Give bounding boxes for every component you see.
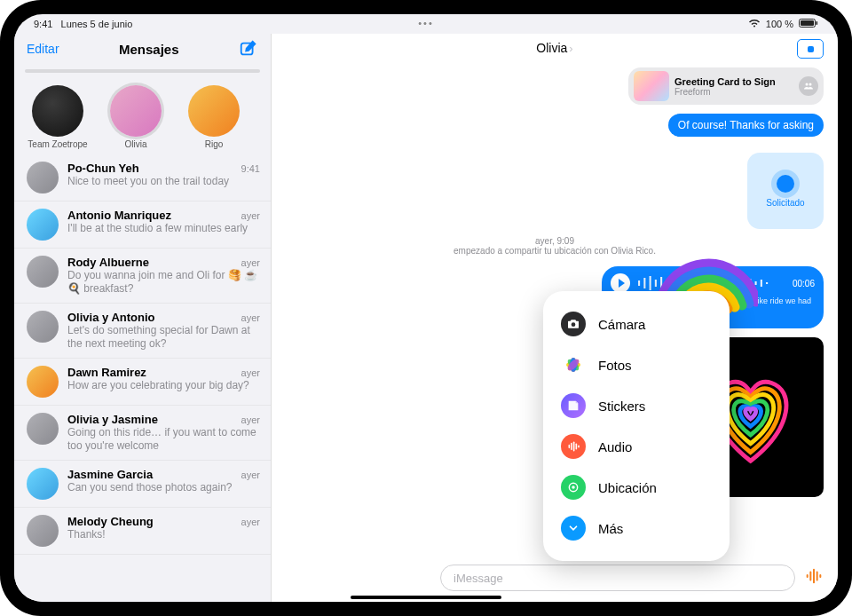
- popover-label: Cámara: [598, 317, 645, 332]
- chat-header[interactable]: Olivia ›: [272, 34, 838, 62]
- conversation-list[interactable]: Po-Chun Yeh9:41Nice to meet you on the t…: [14, 154, 271, 602]
- chevron-right-icon: ›: [569, 42, 572, 55]
- time-label: ayer: [241, 257, 260, 268]
- status-left: 9:41 Lunes 5 de junio: [34, 19, 132, 29]
- svg-point-43: [572, 486, 575, 489]
- svg-rect-1: [801, 20, 814, 26]
- svg-point-30: [572, 322, 576, 327]
- pinned-name: Team Zoetrope: [27, 139, 89, 149]
- audio-icon: [561, 434, 586, 459]
- location-dot-icon: [777, 175, 794, 193]
- compose-button[interactable]: [239, 39, 258, 59]
- status-battery: 100 %: [766, 19, 793, 29]
- time-label: ayer: [241, 470, 260, 480]
- popover-label: Audio: [598, 439, 632, 454]
- preview-text: Going on this ride… if you want to come …: [67, 426, 260, 453]
- pinned-row: Team Zoetrope Olivia Rigo: [14, 78, 271, 154]
- sidebar-title: Mensajes: [59, 42, 239, 57]
- preview-text: How are you celebrating your big day?: [67, 379, 260, 392]
- popover-label: Stickers: [598, 399, 645, 414]
- group-icon: [799, 76, 818, 96]
- svg-rect-2: [816, 21, 818, 25]
- contact-name: Rody Albuerne: [67, 256, 149, 269]
- status-date: Lunes 5 de junio: [61, 19, 133, 29]
- time-label: ayer: [241, 210, 260, 221]
- input-bar: iMessage: [440, 563, 824, 593]
- card-title: Greeting Card to Sign: [674, 76, 793, 87]
- list-item[interactable]: Olivia y AntonioayerLet's do something s…: [14, 304, 271, 359]
- multitask-dots[interactable]: •••: [418, 18, 434, 28]
- avatar: [110, 85, 162, 137]
- location-requested[interactable]: Solicitado: [747, 153, 824, 229]
- timestamp-block: ayer, 9:09 empezado a compartir tu ubica…: [454, 236, 656, 256]
- message-input[interactable]: iMessage: [440, 565, 795, 591]
- contact-name: Jasmine Garcia: [67, 468, 153, 481]
- timestamp-note: empezado a compartir tu ubicación con Ol…: [454, 246, 656, 256]
- avatar: [27, 162, 59, 193]
- contact-name: Olivia y Antonio: [67, 311, 154, 324]
- avatar: [27, 366, 59, 398]
- contact-name: Dawn Ramirez: [67, 366, 146, 379]
- sent-bubble[interactable]: Of course! Thanks for asking: [668, 114, 824, 137]
- edit-button[interactable]: Editar: [27, 42, 59, 56]
- preview-text: Can you send those photos again?: [67, 481, 260, 494]
- avatar: [27, 256, 59, 288]
- location-label: Solicitado: [766, 198, 804, 208]
- home-indicator[interactable]: [351, 596, 501, 599]
- wifi-icon: [748, 19, 761, 29]
- popover-label: Más: [598, 521, 623, 536]
- sidebar: Editar Mensajes Team Zoetrope Olivia: [14, 34, 272, 602]
- popover-item-more[interactable]: Más: [557, 508, 715, 549]
- list-item[interactable]: Dawn RamirezayerHow are you celebrating …: [14, 359, 271, 406]
- pinned-contact[interactable]: Olivia: [105, 85, 167, 149]
- list-item[interactable]: Jasmine GarciaayerCan you send those pho…: [14, 461, 271, 508]
- popover-label: Ubicación: [598, 480, 657, 495]
- popover-item-photos[interactable]: Fotos: [557, 344, 715, 385]
- avatar: [27, 311, 59, 343]
- time-label: 9:41: [241, 163, 260, 174]
- timestamp-time: ayer, 9:09: [454, 236, 656, 246]
- list-item[interactable]: Antonio ManriquezayerI'll be at the stud…: [14, 201, 271, 249]
- facetime-button[interactable]: [797, 39, 824, 59]
- preview-text: Nice to meet you on the trail today: [67, 175, 260, 188]
- shared-card[interactable]: Greeting Card to Sign Freeform: [628, 67, 824, 105]
- list-item[interactable]: Po-Chun Yeh9:41Nice to meet you on the t…: [14, 154, 271, 201]
- search-bar[interactable]: [25, 69, 260, 73]
- audio-duration: 00:06: [793, 279, 815, 288]
- contact-title: Olivia: [536, 41, 567, 55]
- pinned-name: Olivia: [105, 139, 167, 149]
- pinned-contact[interactable]: Team Zoetrope: [27, 85, 89, 149]
- popover-item-camera[interactable]: Cámara: [557, 304, 715, 344]
- pinned-name: Rigo: [183, 139, 245, 149]
- time-label: ayer: [241, 312, 260, 323]
- play-button[interactable]: [611, 273, 630, 293]
- list-item[interactable]: Olivia y JasmineayerGoing on this ride… …: [14, 406, 271, 461]
- photos-icon: [561, 352, 586, 377]
- avatar: [32, 85, 83, 137]
- svg-point-4: [806, 83, 809, 86]
- popover-item-audio[interactable]: Audio: [557, 426, 715, 467]
- avatar: [27, 413, 59, 445]
- ipad-frame: 9:41 Lunes 5 de junio 100 % ••• Editar M…: [0, 0, 852, 616]
- preview-text: Let's do something special for Dawn at t…: [67, 324, 260, 351]
- apps-popover: Cámara Fotos Stickers: [543, 291, 730, 561]
- contact-name: Melody Cheung: [67, 515, 154, 528]
- popover-label: Fotos: [598, 358, 632, 373]
- dictation-button[interactable]: [804, 566, 824, 589]
- card-thumbnail: [634, 71, 669, 101]
- svg-point-5: [809, 83, 812, 86]
- list-item[interactable]: Melody CheungayerThanks!: [14, 508, 271, 555]
- message-text: Of course! Thanks for asking: [678, 119, 814, 131]
- avatar: [27, 468, 59, 500]
- pinned-contact[interactable]: Rigo: [183, 85, 245, 149]
- popover-item-stickers[interactable]: Stickers: [557, 385, 715, 426]
- list-item[interactable]: Rody AlbuerneayerDo you wanna join me an…: [14, 249, 271, 304]
- screen: 9:41 Lunes 5 de junio 100 % ••• Editar M…: [14, 14, 838, 602]
- time-label: ayer: [241, 415, 260, 425]
- input-placeholder: iMessage: [454, 572, 503, 585]
- battery-icon: [799, 19, 818, 29]
- popover-item-location[interactable]: Ubicación: [557, 467, 715, 508]
- avatar: [188, 85, 240, 137]
- chat-pane: Olivia › Greeting Card to Sign Freeform: [272, 34, 838, 602]
- sidebar-header: Editar Mensajes: [14, 34, 271, 64]
